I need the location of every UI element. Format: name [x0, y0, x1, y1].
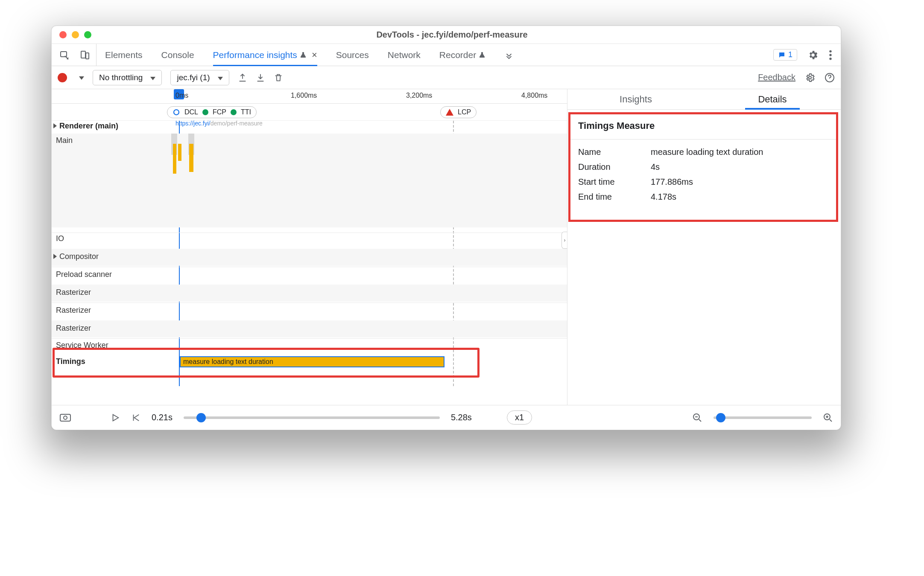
zoom-slider[interactable]	[713, 416, 812, 419]
lcp-pill[interactable]: LCP	[440, 106, 477, 118]
svg-point-5	[829, 57, 831, 59]
import-icon[interactable]	[256, 73, 265, 82]
tab-network[interactable]: Network	[388, 44, 421, 66]
main-area: 0ms 1,600ms 3,200ms 4,800ms DCL FCP TTI	[52, 89, 841, 405]
details-row: Start time177.886ms	[578, 177, 828, 187]
track-timings[interactable]: Timings	[56, 357, 85, 366]
tab-sources[interactable]: Sources	[336, 44, 369, 66]
settings-gear-icon[interactable]	[807, 49, 819, 61]
panel-tabs: Elements Console Performance insights × …	[105, 44, 514, 66]
export-icon[interactable]	[238, 73, 247, 82]
zoom-out-icon[interactable]	[692, 413, 702, 423]
ruler-tick: 0ms	[175, 92, 188, 99]
flask-icon	[300, 51, 307, 59]
recording-select[interactable]: jec.fyi (1)	[170, 70, 229, 85]
play-icon[interactable]	[111, 413, 120, 422]
dot-icon	[202, 109, 208, 115]
titlebar: DevTools - jec.fyi/demo/perf-measure	[52, 26, 841, 44]
window-zoom-button[interactable]	[84, 31, 91, 38]
inspect-group	[56, 44, 96, 66]
inspect-element-icon[interactable]	[59, 50, 70, 60]
tab-insights[interactable]: Insights	[567, 89, 704, 109]
details-row: End time4.178s	[578, 192, 828, 202]
svg-rect-1	[81, 51, 85, 58]
svg-point-3	[829, 50, 831, 52]
perf-insights-toolbar: No throttling jec.fyi (1) Feedback	[52, 66, 841, 89]
svg-rect-9	[60, 414, 70, 421]
track-compositor[interactable]: Compositor	[53, 252, 99, 261]
warning-triangle-icon	[446, 109, 453, 116]
speed-button[interactable]: x1	[507, 410, 532, 425]
playback-footer: 0.21s 5.28s x1	[52, 405, 841, 430]
screenshot-toggle-icon[interactable]	[59, 413, 71, 423]
ruler-tick: 4,800ms	[521, 92, 547, 99]
window-minimize-button[interactable]	[72, 31, 79, 38]
tab-details[interactable]: Details	[704, 89, 841, 109]
time-end-label: 5.28s	[451, 413, 472, 422]
time-slider-knob[interactable]	[196, 413, 206, 422]
tab-performance-insights[interactable]: Performance insights ×	[213, 44, 317, 66]
timeline-body[interactable]: https://jec.fyi/demo/perf-measure Render…	[52, 121, 567, 386]
zoom-in-icon[interactable]	[823, 413, 833, 423]
vitals-markers-row: DCL FCP TTI LCP	[52, 104, 567, 121]
record-menu-chevron-icon[interactable]	[76, 74, 84, 81]
flask-icon	[479, 51, 485, 59]
rewind-start-icon[interactable]	[131, 413, 140, 422]
svg-rect-2	[86, 53, 89, 59]
details-row: Namemeasure loading text duration	[578, 147, 828, 157]
track-rasterizer[interactable]: Rasterizer	[56, 306, 91, 315]
details-tabs: Insights Details	[567, 89, 841, 110]
time-slider[interactable]	[184, 416, 440, 419]
dot-icon	[231, 109, 237, 115]
svg-point-6	[809, 76, 811, 79]
kebab-menu-icon[interactable]	[829, 49, 832, 61]
devtools-tabs-row: Elements Console Performance insights × …	[52, 44, 841, 66]
window-close-button[interactable]	[59, 31, 67, 38]
tab-elements[interactable]: Elements	[105, 44, 143, 66]
timeline-pane[interactable]: 0ms 1,600ms 3,200ms 4,800ms DCL FCP TTI	[52, 89, 567, 405]
ruler-tick: 1,600ms	[291, 92, 317, 99]
track-io[interactable]: IO	[56, 234, 64, 243]
traffic-lights	[52, 31, 99, 38]
flame-block[interactable]	[178, 144, 181, 161]
messages-count: 1	[788, 50, 792, 59]
track-rasterizer[interactable]: Rasterizer	[56, 324, 91, 333]
marker-tti: TTI	[241, 108, 251, 116]
tabsrow-right: 1	[773, 49, 836, 61]
details-pane: Insights Details Timings Measure Namemea…	[567, 89, 841, 405]
marker-dcl: DCL	[184, 108, 198, 116]
record-button[interactable]	[58, 73, 67, 82]
flame-block[interactable]	[189, 144, 193, 172]
feedback-link[interactable]: Feedback	[758, 73, 795, 82]
marker-lcp: LCP	[458, 108, 471, 116]
more-tabs-button[interactable]	[504, 44, 514, 66]
marker-icon	[173, 108, 180, 116]
device-toolbar-icon[interactable]	[80, 50, 90, 60]
sidebar-collapse-handle[interactable]: ›	[561, 232, 567, 249]
marker-fcp: FCP	[213, 108, 226, 116]
svg-rect-0	[61, 52, 67, 57]
vitals-pill[interactable]: DCL FCP TTI	[167, 106, 257, 118]
zoom-slider-knob[interactable]	[716, 413, 725, 422]
time-ruler[interactable]: 0ms 1,600ms 3,200ms 4,800ms	[52, 89, 567, 104]
help-icon[interactable]	[825, 73, 835, 83]
timings-measure-bar[interactable]: measure loading text duration	[180, 356, 444, 367]
delete-icon[interactable]	[274, 73, 283, 82]
track-rasterizer[interactable]: Rasterizer	[56, 288, 91, 297]
track-renderer-header[interactable]: Renderer (main)	[53, 122, 118, 131]
chevron-down-icon	[147, 73, 155, 82]
url-hint: https://jec.fyi/demo/perf-measure	[175, 121, 263, 127]
tab-recorder[interactable]: Recorder	[439, 44, 485, 66]
tab-close-button[interactable]: ×	[312, 49, 317, 61]
svg-point-4	[829, 54, 831, 56]
details-heading: Timings Measure	[578, 120, 828, 131]
panel-settings-gear-icon[interactable]	[805, 73, 815, 83]
track-main[interactable]: Main	[56, 136, 73, 145]
messages-badge[interactable]: 1	[773, 49, 797, 61]
flame-block[interactable]	[173, 144, 176, 174]
window-title: DevTools - jec.fyi/demo/perf-measure	[99, 30, 805, 40]
track-preload-scanner[interactable]: Preload scanner	[56, 270, 112, 279]
throttling-select[interactable]: No throttling	[93, 70, 162, 85]
ruler-tick: 3,200ms	[406, 92, 432, 99]
tab-console[interactable]: Console	[161, 44, 194, 66]
